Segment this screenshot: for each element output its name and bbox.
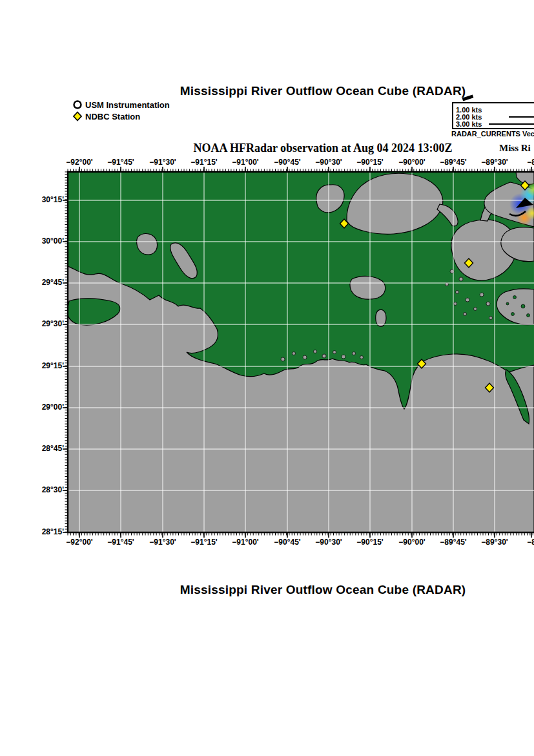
x-axis-label-top: −91°15' [183, 158, 225, 167]
lake-salvador [350, 276, 385, 299]
x-axis-label-bottom: −90°30' [308, 538, 349, 547]
y-axis-label: 29°30' [24, 319, 64, 328]
x-axis-label-top: −91°45' [100, 158, 141, 167]
y-axis-label: 28°15' [24, 527, 64, 536]
y-axis-label: 28°30' [24, 485, 64, 494]
x-axis-label-bottom: −91°00' [225, 538, 266, 547]
x-axis-label-bottom: −90°45' [267, 538, 308, 547]
x-axis-label-top: −90°00' [391, 158, 433, 167]
x-axis-label-bottom: −91°45' [100, 538, 141, 547]
y-axis-label: 29°45' [24, 278, 64, 287]
x-axis-label-top: −89°30' [474, 158, 515, 167]
x-axis-label-bottom: −91°30' [142, 538, 183, 547]
x-axis-label-bottom: −92°00' [59, 538, 100, 547]
x-axis-label-bottom: −8 [511, 538, 534, 547]
x-axis-label-top: −89°45' [433, 158, 474, 167]
y-axis-label: 30°00' [24, 236, 64, 246]
y-axis-label: 30°15' [24, 195, 64, 204]
figure-page: Mississippi River Outflow Ocean Cube (RA… [0, 0, 534, 756]
x-axis-label-bottom: −91°15' [183, 538, 225, 547]
y-axis-label: 29°15' [24, 361, 64, 370]
x-axis-label-top: −90°30' [308, 158, 349, 167]
x-axis-label-top: −91°00' [225, 158, 266, 167]
x-axis-label-top: −92°00' [59, 158, 100, 167]
map-title-bottom: Mississippi River Outflow Ocean Cube (RA… [65, 583, 534, 597]
map-area [67, 172, 534, 532]
y-axis-label: 28°45' [24, 444, 64, 453]
x-axis-label-top: −8 [511, 158, 534, 167]
y-axis-label: 29°00' [24, 403, 64, 412]
x-axis-label-top: −91°30' [142, 158, 183, 167]
x-axis-label-bottom: −89°30' [474, 538, 515, 547]
x-axis-label-bottom: −89°45' [433, 538, 474, 547]
lake-verret [137, 234, 158, 255]
x-axis-label-bottom: −90°15' [349, 538, 391, 547]
x-axis-label-top: −90°45' [267, 158, 308, 167]
x-axis-label-bottom: −90°00' [391, 538, 433, 547]
map-canvas [0, 0, 534, 756]
x-axis-label-top: −90°15' [349, 158, 391, 167]
